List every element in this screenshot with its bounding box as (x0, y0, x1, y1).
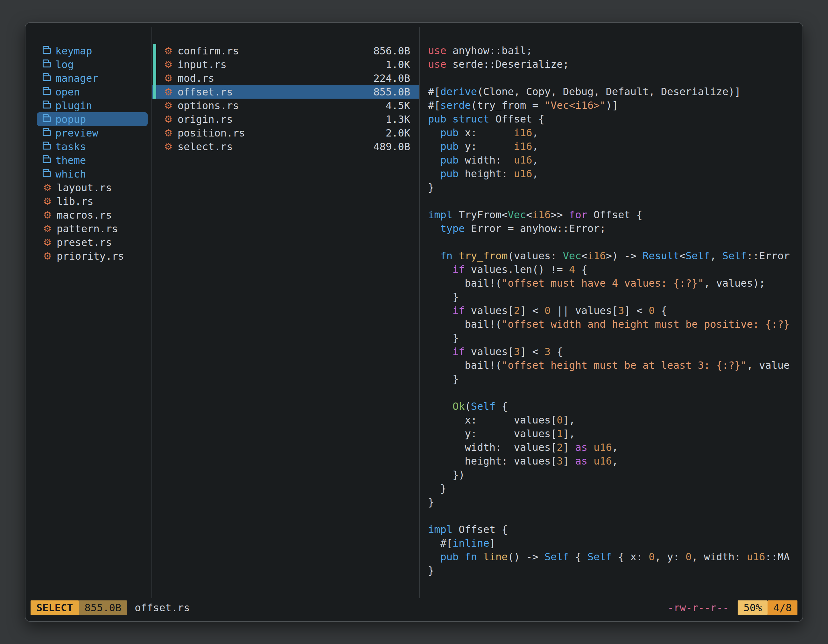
sidebar-item-priority-rs[interactable]: ⚙priority.rs (37, 249, 147, 263)
code-line: type Error = anyhow::Error; (428, 222, 798, 235)
rust-file-icon: ⚙ (163, 60, 173, 69)
file-row-input-rs[interactable]: ⚙input.rs1.0K (152, 58, 419, 71)
sidebar-item-layout-rs[interactable]: ⚙layout.rs (37, 181, 147, 194)
sidebar-item-open[interactable]: open (37, 85, 147, 99)
code-line: impl TryFrom<Vec<i16>> for Offset { (428, 208, 798, 222)
selection-marker (153, 44, 156, 58)
file-name: offset.rs (177, 86, 233, 98)
sidebar-item-log[interactable]: log (37, 58, 147, 71)
code-line: width: values[2] as u16, (428, 441, 798, 454)
sidebar-item-popup[interactable]: popup (37, 112, 147, 126)
file-manager-window: keymaplogmanageropenpluginpopuppreviewta… (25, 22, 803, 622)
sidebar-item-keymap[interactable]: keymap (37, 44, 147, 58)
sidebar-item-label: tasks (55, 141, 86, 153)
file-size: 856.0B (373, 45, 410, 57)
sidebar-item-pattern-rs[interactable]: ⚙pattern.rs (37, 222, 147, 235)
code-line: } (428, 372, 798, 386)
sidebar-item-tasks[interactable]: tasks (37, 140, 147, 154)
code-line: impl Offset { (428, 523, 798, 536)
code-line: bail!("offset width and height must be p… (428, 318, 798, 331)
code-line: #[serde(try_from = "Vec<i16>")] (428, 99, 798, 112)
code-line: pub x: i16, (428, 126, 798, 140)
code-line (428, 235, 798, 249)
sidebar-item-label: plugin (55, 100, 92, 112)
file-list: ⚙confirm.rs856.0B⚙input.rs1.0K⚙mod.rs224… (152, 27, 420, 598)
rust-file-icon: ⚙ (42, 197, 52, 206)
sidebar-item-label: preview (55, 127, 98, 139)
sidebar-item-label: theme (55, 154, 86, 166)
folder-icon (42, 171, 51, 177)
folder-icon (42, 158, 51, 163)
folder-icon (42, 89, 51, 95)
sidebar-item-preset-rs[interactable]: ⚙preset.rs (37, 235, 147, 249)
parent-pane: keymaplogmanageropenpluginpopuppreviewta… (37, 27, 152, 598)
file-row-options-rs[interactable]: ⚙options.rs4.5K (152, 99, 419, 112)
folder-icon (42, 62, 51, 67)
rust-file-icon: ⚙ (163, 74, 173, 83)
code-line: pub width: u16, (428, 154, 798, 167)
preview-pane: use anyhow::bail;use serde::Deserialize;… (420, 27, 798, 598)
file-permissions: -rw-r--r-- (668, 602, 729, 614)
code-line (428, 386, 798, 400)
file-size: 2.0K (386, 127, 410, 139)
sidebar-item-preview[interactable]: preview (37, 126, 147, 140)
code-line: #[derive(Clone, Copy, Debug, Default, De… (428, 85, 798, 99)
code-line: pub height: u16, (428, 167, 798, 181)
code-line: pub fn line() -> Self { Self { x: 0, y: … (428, 550, 798, 564)
folder-icon (42, 130, 51, 136)
file-name: select.rs (177, 141, 233, 153)
sidebar-item-theme[interactable]: theme (37, 154, 147, 167)
selection-marker (153, 58, 156, 71)
rust-file-icon: ⚙ (42, 224, 52, 233)
sidebar-item-label: log (55, 58, 74, 71)
file-row-offset-rs[interactable]: ⚙offset.rs855.0B (152, 85, 419, 99)
selection-marker (153, 71, 156, 85)
code-line: fn try_from(values: Vec<i16>) -> Result<… (428, 249, 798, 263)
folder-icon (42, 116, 51, 122)
code-line: } (428, 181, 798, 194)
cursor-position: 4/8 (768, 600, 797, 615)
code-line: if values[3] < 3 { (428, 345, 798, 359)
sidebar-item-macros-rs[interactable]: ⚙macros.rs (37, 208, 147, 222)
file-name: position.rs (177, 127, 245, 139)
code-line: if values.len() != 4 { (428, 263, 798, 276)
sidebar-item-label: preset.rs (56, 237, 112, 249)
sidebar-item-plugin[interactable]: plugin (37, 99, 147, 112)
code-line: } (428, 564, 798, 578)
code-line: } (428, 290, 798, 304)
code-line: Ok(Self { (428, 400, 798, 413)
code-line: if values[2] < 0 || values[3] < 0 { (428, 304, 798, 318)
sidebar-item-manager[interactable]: manager (37, 71, 147, 85)
rust-file-icon: ⚙ (163, 142, 173, 152)
file-size: 224.0B (373, 72, 410, 84)
code-line (428, 509, 798, 523)
mode-indicator: SELECT (31, 600, 79, 615)
file-row-position-rs[interactable]: ⚙position.rs2.0K (152, 126, 419, 140)
rust-file-icon: ⚙ (42, 238, 52, 247)
folder-icon (42, 48, 51, 54)
file-row-origin-rs[interactable]: ⚙origin.rs1.3K (152, 112, 419, 126)
file-size: 489.0B (373, 141, 410, 153)
selection-marker (153, 85, 156, 99)
sidebar-item-label: macros.rs (56, 209, 112, 221)
code-line: use serde::Deserialize; (428, 58, 798, 71)
file-name: confirm.rs (177, 45, 239, 57)
code-line: }) (428, 468, 798, 482)
sidebar-item-lib-rs[interactable]: ⚙lib.rs (37, 194, 147, 208)
folder-icon (42, 144, 51, 150)
file-size: 1.0K (386, 58, 410, 71)
scroll-percent: 50% (738, 600, 768, 615)
code-line: } (428, 495, 798, 509)
file-row-confirm-rs[interactable]: ⚙confirm.rs856.0B (152, 44, 419, 58)
code-line: x: values[0], (428, 413, 798, 427)
code-line (428, 71, 798, 85)
hovered-file-size: 855.0B (79, 600, 127, 615)
file-row-select-rs[interactable]: ⚙select.rs489.0B (152, 140, 419, 154)
file-row-mod-rs[interactable]: ⚙mod.rs224.0B (152, 71, 419, 85)
code-line: pub struct Offset { (428, 112, 798, 126)
code-line (428, 194, 798, 208)
sidebar-item-label: layout.rs (56, 182, 112, 194)
sidebar-item-which[interactable]: which (37, 167, 147, 181)
file-size: 855.0B (373, 86, 410, 98)
sidebar-item-label: keymap (55, 45, 92, 57)
